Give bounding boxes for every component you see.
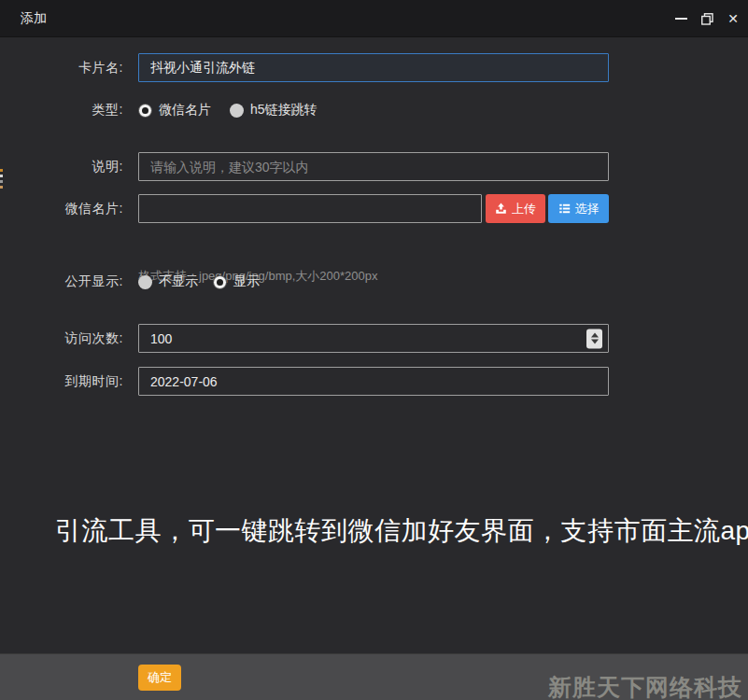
upload-button[interactable]: 上传 <box>486 194 545 223</box>
confirm-button[interactable]: 确定 <box>138 665 181 691</box>
visit-count-input[interactable] <box>138 324 609 353</box>
public-display-row: 公开显示: 不显示 显示 <box>0 268 748 296</box>
footer-bar: 确定 新胜天下网络科技 <box>0 653 748 700</box>
visit-count-label: 访问次数: <box>0 330 123 347</box>
description-input[interactable] <box>138 152 609 181</box>
number-spinner[interactable] <box>586 329 602 348</box>
card-name-label: 卡片名: <box>0 60 123 77</box>
title-bar: 添加 ✕ <box>0 0 748 37</box>
restore-icon <box>701 13 713 25</box>
restore-button[interactable] <box>694 0 720 37</box>
card-name-row: 卡片名: <box>0 53 748 82</box>
dialog-body: 卡片名: 类型: 微信名片 h5链接跳转 说明: 微信名片: <box>0 38 748 653</box>
radio-display-show-label: 显示 <box>233 273 260 290</box>
spinner-down-icon <box>591 340 599 344</box>
list-icon <box>558 203 571 215</box>
visit-count-row: 访问次数: <box>0 324 748 353</box>
spinner-up-icon <box>591 333 599 338</box>
radio-display-show[interactable]: 显示 <box>213 273 260 290</box>
radio-type-wechat-card[interactable]: 微信名片 <box>138 102 211 119</box>
upload-button-label: 上传 <box>512 201 536 217</box>
radio-type-h5-link[interactable]: h5链接跳转 <box>230 102 318 119</box>
public-display-label: 公开显示: <box>0 273 123 290</box>
expire-time-label: 到期时间: <box>0 373 123 390</box>
type-row: 类型: 微信名片 h5链接跳转 <box>0 96 748 124</box>
select-button-label: 选择 <box>575 201 600 217</box>
radio-selected-icon <box>213 275 227 289</box>
window-controls: ✕ <box>668 0 746 37</box>
card-name-input[interactable] <box>138 53 609 82</box>
type-label: 类型: <box>0 102 123 119</box>
radio-type-h5-link-label: h5链接跳转 <box>250 102 318 119</box>
radio-display-hide[interactable]: 不显示 <box>138 273 198 290</box>
watermark: 新胜天下网络科技 <box>548 672 742 700</box>
close-icon: ✕ <box>727 12 739 25</box>
close-button[interactable]: ✕ <box>720 0 746 37</box>
wechat-card-label: 微信名片: <box>0 201 123 217</box>
expire-time-row: 到期时间: <box>0 367 748 396</box>
description-row: 说明: <box>0 152 748 181</box>
radio-type-wechat-card-label: 微信名片 <box>159 102 211 119</box>
radio-selected-icon <box>138 104 152 118</box>
wechat-card-row: 微信名片: 上传 选择 <box>0 194 748 223</box>
radio-unselected-icon <box>230 104 244 118</box>
expire-time-input[interactable] <box>138 367 609 396</box>
description-label: 说明: <box>0 159 123 175</box>
wechat-card-input[interactable] <box>138 194 482 223</box>
minimize-icon <box>675 18 687 20</box>
radio-display-hide-label: 不显示 <box>159 273 198 290</box>
minimize-button[interactable] <box>668 0 694 37</box>
radio-unselected-icon <box>138 275 152 289</box>
info-text: 引流工具，可一键跳转到微信加好友界面，支持市面主流app <box>55 513 727 549</box>
window-title: 添加 <box>21 10 47 27</box>
select-button[interactable]: 选择 <box>548 194 609 223</box>
upload-icon <box>495 203 507 215</box>
